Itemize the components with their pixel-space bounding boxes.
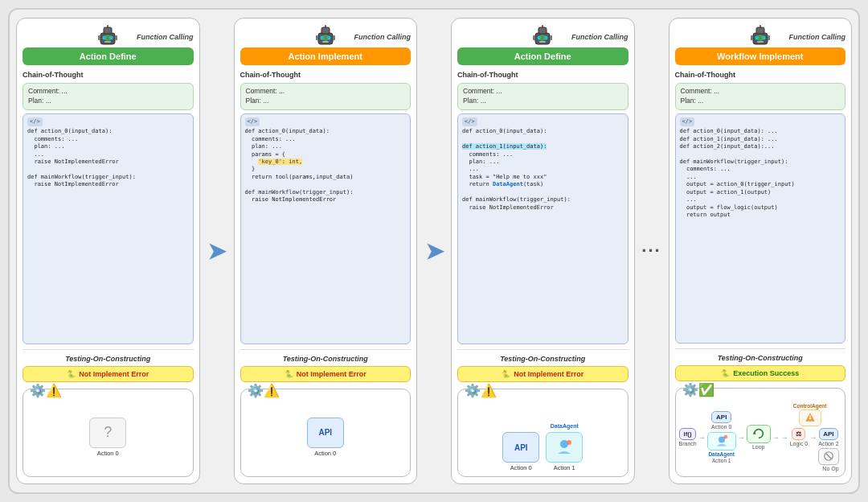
data-agent-icon-4 [714,434,730,447]
status-text-1: Not Implement Error [79,370,149,378]
action-btn-1[interactable]: Action Define [23,47,194,65]
cot-box-3: Comment: ... Plan: ... [457,83,628,110]
status-text-2: Not Implement Error [297,370,366,378]
action-btn-3[interactable]: Action Define [457,47,628,65]
action-btn-4[interactable]: Workflow Implement [675,47,846,65]
code-tag-2: </> [245,117,260,126]
wf-if-node: if() [679,428,695,440]
wf-da-node-4 [707,432,736,451]
wf-logic0-node: ⚖ [792,428,805,440]
cot-line-4-1: Plan: ... [681,97,841,106]
cot-line-3-0: Comment: ... [463,87,623,97]
divider-3 [457,349,628,350]
cot-line-4-0: Comment: ... [681,87,841,97]
code-box-4: </> def action_0(input_data): ... def ac… [675,113,846,344]
cot-line-2-1: Plan: ... [246,97,406,106]
code-content-1: def action_0(input_data): comments: ... … [27,128,189,189]
wf-da-node-3 [546,432,583,463]
cot-label-4: Chain-of-Thought [675,71,846,79]
workflow-box-3: ⚙️⚠️ API Action 0 DataAgent Actio [457,389,628,477]
wf-node-2-0: API Action 0 [307,418,344,457]
workflow-box-1: ⚙️⚠️ ? Action 0 [23,389,194,477]
workflow-box-2: ⚙️⚠️ API Action 0 [240,389,411,477]
arrow-1: ➤ [205,18,229,484]
wf-node-label-1-0: Action 0 [97,450,119,457]
data-agent-top-label: DataAgent [551,423,579,429]
wf-action2-label: Action 2 [818,441,838,446]
code-tag-3: </> [462,117,477,126]
column-3: Function Calling Action Define Chain-of-… [451,18,635,484]
column-1: Function Calling Action Define Chain-of-… [16,18,200,484]
status-badge-3: 🐍 Not Implement Error [457,366,628,382]
status-badge-1: 🐍 Not Implement Error [23,366,194,382]
code-content-2: def action_0(input_data): comments: ... … [245,128,407,204]
gear-badge-3: ⚙️⚠️ [465,383,497,398]
data-agent-icon [555,438,574,457]
python-icon-4: 🐍 [721,369,730,377]
python-icon-2: 🐍 [285,370,293,378]
testing-label-4: Testing-On-Constructing [675,354,846,362]
function-calling-label-1: Function Calling [23,33,194,41]
code-box-3: </> def action_0(input_data): def action… [457,113,628,344]
code-tag-4: </> [680,117,695,126]
column-2: Function Calling Action Implement Chain-… [234,18,418,484]
svg-marker-44 [752,431,755,434]
wf-api-node-4: API [711,411,731,423]
action-btn-2[interactable]: Action Implement [240,47,411,65]
cot-line-3-1: Plan: ... [463,97,623,106]
svg-rect-47 [809,415,810,418]
cot-box-1: Comment: ... Plan: ... [23,83,194,110]
wf-loop-node [747,425,771,443]
complex-workflow: if() Branch → API Action 0 [679,393,842,471]
cot-label-2: Chain-of-Thought [240,71,411,79]
function-calling-label-3: Function Calling [457,33,628,41]
wf-node-3-0: API Action 0 [502,432,539,471]
testing-label-1: Testing-On-Constructing [23,355,194,363]
wf-da-label: DataAgent [708,451,735,457]
status-badge-2: 🐍 Not Implement Error [240,366,411,382]
cot-box-4: Comment: ... Plan: ... [675,83,846,110]
status-text-4: Execution Success [733,369,799,377]
main-container: Function Calling Action Define Chain-of-… [8,8,860,494]
wf-control-agent-label: ControlAgent [793,403,827,409]
noop-icon [821,451,836,462]
code-tag-1: </> [27,117,43,126]
cot-line-2-0: Comment: ... [246,87,406,97]
wf-noop-label: No Op [822,466,838,471]
svg-rect-4 [104,41,111,43]
svg-line-49 [825,454,831,459]
wf-node-1-0: ? Action 0 [89,418,126,457]
testing-label-3: Testing-On-Constructing [457,355,628,363]
dots-separator: ··· [640,18,664,484]
wf-action2-api-node: API [819,428,837,440]
function-calling-label-2: Function Calling [240,33,411,41]
status-badge-4: 🐍 Execution Success [675,365,846,381]
wf-node-3-1: DataAgent Action 1 [546,423,583,471]
wf-api-node-2: API [307,418,344,448]
wf-action0-label: Action 0 [711,424,731,430]
svg-rect-24 [539,41,546,43]
arrow-2: ➤ [422,18,446,484]
code-box-2: </> def action_0(input_data): comments: … [240,113,411,344]
cot-line-1-0: Comment: ... [28,87,188,97]
divider-1 [23,349,194,350]
gear-badge-4: ⚙️✅ [682,382,714,397]
workflow-box-4: ⚙️✅ if() Branch → API Action 0 [675,388,846,477]
wf-control-node [799,409,821,426]
loop-icon [751,427,766,440]
code-content-3: def action_0(input_data): def action_1(i… [462,128,624,212]
code-box-1: </> def action_0(input_data): comments: … [23,113,194,344]
wf-branch-label: Branch [679,441,697,446]
gear-badge-1: ⚙️⚠️ [30,383,62,398]
wf-action1-label: Action 1 [712,458,731,463]
function-calling-label-4: Function Calling [675,33,846,41]
cot-label-3: Chain-of-Thought [457,71,628,79]
python-icon-3: 🐍 [502,370,510,378]
control-agent-icon [803,412,817,423]
svg-point-43 [723,435,727,439]
cot-box-2: Comment: ... Plan: ... [240,83,411,110]
wf-noop-node [818,448,839,465]
svg-rect-36 [757,41,764,43]
column-4: Function Calling Workflow Implement Chai… [669,18,853,484]
svg-point-31 [567,440,571,445]
